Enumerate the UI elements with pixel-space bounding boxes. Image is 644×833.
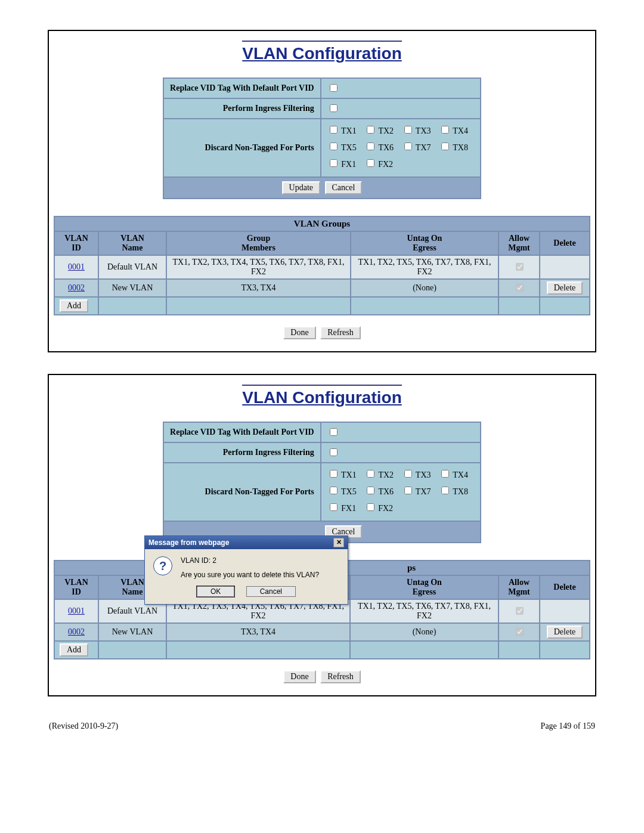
vlan-untag: (None) bbox=[350, 623, 499, 641]
vlan-untag: (None) bbox=[351, 279, 499, 297]
done-button[interactable]: Done bbox=[283, 670, 315, 683]
port-TX1-checkbox[interactable] bbox=[330, 126, 338, 134]
col-mgmt: Allow Mgmt bbox=[499, 575, 540, 599]
table-row: 0002 New VLAN TX3, TX4 (None) Delete bbox=[54, 623, 590, 641]
col-id: VLAN ID bbox=[54, 575, 98, 599]
port-TX2-checkbox[interactable] bbox=[367, 470, 374, 478]
row-replace-vid-label: Replace VID Tag With Default Port VID bbox=[163, 422, 321, 442]
dialog-line1: VLAN ID: 2 bbox=[181, 556, 319, 565]
delete-row-button[interactable]: Delete bbox=[547, 281, 583, 295]
vlan-config-table: Replace VID Tag With Default Port VID Pe… bbox=[163, 422, 481, 543]
allow-mgmt-checkbox[interactable] bbox=[516, 628, 524, 636]
port-FX2-checkbox[interactable] bbox=[367, 503, 374, 511]
allow-mgmt-checkbox[interactable] bbox=[516, 284, 524, 292]
screenshot-1: VLAN Configuration Replace VID Tag With … bbox=[48, 30, 596, 352]
port-TX3-checkbox[interactable] bbox=[404, 126, 412, 134]
replace-vid-checkbox[interactable] bbox=[330, 428, 338, 436]
port-TX1-checkbox[interactable] bbox=[330, 470, 338, 478]
port-TX2-checkbox[interactable] bbox=[367, 126, 374, 134]
col-name: VLAN Name bbox=[98, 231, 166, 255]
refresh-button[interactable]: Refresh bbox=[320, 326, 361, 339]
dialog-titlebar[interactable]: Message from webpage ✕ bbox=[145, 536, 348, 549]
port-TX8-checkbox[interactable] bbox=[441, 143, 449, 150]
port-TX5-checkbox[interactable] bbox=[330, 487, 338, 494]
dialog-title-text: Message from webpage bbox=[148, 538, 229, 547]
ingress-filter-checkbox[interactable] bbox=[330, 104, 338, 112]
dialog-line2: Are you sure you want to delete this VLA… bbox=[181, 571, 319, 579]
port-TX3-checkbox[interactable] bbox=[404, 470, 412, 478]
dialog-ok-button[interactable]: OK bbox=[197, 586, 234, 597]
table-row-add: Add bbox=[54, 297, 590, 315]
update-button[interactable]: Update bbox=[282, 181, 320, 194]
allow-mgmt-checkbox[interactable] bbox=[516, 607, 524, 615]
port-TX4-checkbox[interactable] bbox=[441, 470, 449, 478]
vlan-untag: TX1, TX2, TX5, TX6, TX7, TX8, FX1, FX2 bbox=[350, 599, 499, 623]
port-FX1-checkbox[interactable] bbox=[330, 503, 338, 511]
ports-grid: TX1 TX2 TX3 TX4 TX5 TX6 TX7 TX8 FX1 FX2 bbox=[321, 463, 481, 521]
col-delete: Delete bbox=[540, 575, 590, 599]
port-TX7-checkbox[interactable] bbox=[404, 487, 412, 494]
port-FX1-checkbox[interactable] bbox=[330, 159, 338, 167]
port-TX4-checkbox[interactable] bbox=[441, 126, 449, 134]
row-ingress-label: Perform Ingress Filtering bbox=[163, 442, 321, 463]
row-replace-vid-label: Replace VID Tag With Default Port VID bbox=[163, 78, 321, 98]
vlan-members: TX3, TX4 bbox=[166, 279, 351, 297]
dialog-cancel-button[interactable]: Cancel bbox=[246, 586, 296, 597]
add-button[interactable]: Add bbox=[60, 643, 88, 657]
port-TX6-checkbox[interactable] bbox=[367, 143, 374, 150]
delete-row-button[interactable]: Delete bbox=[547, 625, 583, 639]
table-row-add: Add bbox=[54, 641, 590, 659]
footer-page-number: Page 149 of 159 bbox=[541, 721, 595, 731]
vlan-untag: TX1, TX2, TX5, TX6, TX7, TX8, FX1, FX2 bbox=[351, 255, 499, 279]
col-untag: Untag On Egress bbox=[350, 575, 499, 599]
page-footer: (Revised 2010-9-27) Page 149 of 159 bbox=[48, 718, 596, 731]
done-button[interactable]: Done bbox=[283, 326, 315, 339]
confirm-dialog: Message from webpage ✕ ? VLAN ID: 2 Are … bbox=[144, 535, 348, 605]
vlan-id-link-0002[interactable]: 0002 bbox=[68, 283, 85, 292]
vlan-members: TX3, TX4 bbox=[166, 623, 350, 641]
page-title: VLAN Configuration bbox=[54, 41, 590, 63]
ingress-filter-checkbox[interactable] bbox=[330, 448, 338, 456]
col-delete: Delete bbox=[540, 231, 590, 255]
table-row: 0001 Default VLAN TX1, TX2, TX3, TX4, TX… bbox=[54, 255, 590, 279]
port-TX8-checkbox[interactable] bbox=[441, 487, 449, 494]
col-members: Group Members bbox=[166, 231, 351, 255]
footer-revised: (Revised 2010-9-27) bbox=[49, 721, 118, 731]
row-discard-label: Discard Non-Tagged For Ports bbox=[163, 463, 321, 521]
replace-vid-checkbox[interactable] bbox=[330, 84, 338, 92]
vlan-id-link-0001[interactable]: 0001 bbox=[68, 262, 85, 271]
add-button[interactable]: Add bbox=[60, 299, 88, 312]
vlan-name: Default VLAN bbox=[98, 255, 166, 279]
cancel-button[interactable]: Cancel bbox=[325, 181, 363, 194]
col-mgmt: Allow Mgmt bbox=[499, 231, 540, 255]
vlan-id-link-0001[interactable]: 0001 bbox=[68, 606, 85, 615]
vlan-config-table: Replace VID Tag With Default Port VID Pe… bbox=[163, 78, 481, 199]
allow-mgmt-checkbox[interactable] bbox=[516, 263, 524, 271]
col-id: VLAN ID bbox=[54, 231, 98, 255]
port-TX5-checkbox[interactable] bbox=[330, 143, 338, 150]
port-TX6-checkbox[interactable] bbox=[367, 487, 374, 494]
row-ingress-label: Perform Ingress Filtering bbox=[163, 98, 321, 119]
row-discard-label: Discard Non-Tagged For Ports bbox=[163, 119, 321, 177]
vlan-id-link-0002[interactable]: 0002 bbox=[68, 627, 85, 636]
col-untag: Untag On Egress bbox=[351, 231, 499, 255]
table-row: 0002 New VLAN TX3, TX4 (None) Delete bbox=[54, 279, 590, 297]
vlan-name: New VLAN bbox=[98, 623, 166, 641]
page-title: VLAN Configuration bbox=[54, 385, 590, 407]
port-FX2-checkbox[interactable] bbox=[367, 159, 374, 167]
screenshot-2: VLAN Configuration Replace VID Tag With … bbox=[48, 374, 596, 696]
vlan-groups-table: VLAN Groups VLAN ID VLAN Name Group Memb… bbox=[54, 216, 590, 315]
groups-title: VLAN Groups bbox=[54, 216, 590, 231]
ports-grid: TX1 TX2 TX3 TX4 TX5 TX6 TX7 TX8 FX1 FX2 bbox=[321, 119, 481, 177]
port-TX7-checkbox[interactable] bbox=[404, 143, 412, 150]
vlan-members: TX1, TX2, TX3, TX4, TX5, TX6, TX7, TX8, … bbox=[166, 255, 351, 279]
close-icon[interactable]: ✕ bbox=[333, 538, 344, 547]
refresh-button[interactable]: Refresh bbox=[320, 670, 361, 683]
question-icon: ? bbox=[153, 556, 172, 575]
vlan-name: New VLAN bbox=[98, 279, 166, 297]
